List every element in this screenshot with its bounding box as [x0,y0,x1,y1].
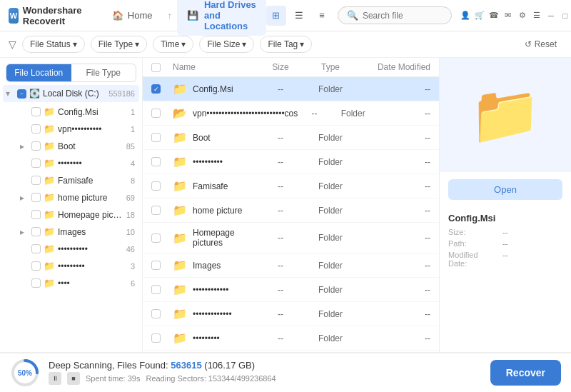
file-type-chevron: ▾ [135,39,139,49]
row-size: -- [259,261,302,271]
header-name-col: Name [173,62,259,72]
sidebar-tree-item[interactable]: 📁Config.Msi1 [3,104,139,120]
sidebar-tree-item[interactable]: ▸📁home picture69 [3,189,139,206]
row-type: Folder [302,333,359,343]
tree-item-checkbox[interactable] [31,193,41,202]
sidebar-tree-item[interactable]: 📁vpn••••••••••1 [3,121,139,137]
tree-item-checkbox[interactable] [31,141,41,151]
tree-item-name: Boot [58,141,123,151]
grid-view-button[interactable]: ⊞ [266,6,286,26]
row-checkbox[interactable]: ✓ [151,84,161,94]
row-checkbox[interactable] [151,285,161,294]
table-row[interactable]: 📁Images--Folder-- [143,253,439,278]
tree-item-checkbox[interactable] [31,261,41,271]
user-icon[interactable]: 👤 [460,11,470,21]
row-folder-icon: 📁 [173,179,187,193]
sidebar-tree-item[interactable]: ▸📁Boot85 [3,138,139,154]
table-row[interactable]: 📁•••••••••--Folder-- [143,326,439,351]
row-type: Folder [302,157,359,167]
detail-view-button[interactable]: ≡ [312,6,332,26]
reset-button[interactable]: ↺ Reset [519,36,562,52]
tree-item-name: Config.Msi [58,107,128,117]
table-row[interactable]: 📁home picture--Folder-- [143,198,439,223]
disk-checkbox[interactable]: − [17,89,26,99]
row-folder-icon: 📁 [173,307,187,321]
tree-item-checkbox[interactable] [31,107,41,116]
recover-button[interactable]: Recover [490,360,561,386]
row-checkbox[interactable] [151,333,161,343]
table-row[interactable]: 📁Homepage pictures--Folder-- [143,223,439,253]
tree-item-checkbox[interactable] [31,227,41,236]
tab-file-location[interactable]: File Location [6,64,71,81]
stop-button[interactable]: ■ [67,372,80,385]
header-type-col: Type [302,62,359,72]
disk-item-c[interactable]: ▾ − 💽 Local Disk (C:) 559186 [3,85,139,102]
search-input[interactable] [363,11,443,21]
row-file-name: Images [193,261,221,271]
sidebar-tree-item[interactable]: 📁••••••••••46 [3,241,139,257]
time-filter[interactable]: Time ▾ [153,36,193,53]
reset-icon: ↺ [525,39,532,49]
row-checkbox[interactable] [151,157,161,166]
tree-item-count: 6 [131,279,135,288]
nav-back-button[interactable]: ↑ [166,7,174,24]
app-logo-icon: W [9,8,19,24]
sidebar-tree-item[interactable]: ▸📁Images10 [3,223,139,240]
sidebar-tree-item[interactable]: 📁••••6 [3,275,139,291]
tree-item-count: 69 [126,194,135,202]
sidebar-tree-item[interactable]: 📁•••••••••3 [3,258,139,274]
hdd-icon: 💽 [29,89,40,99]
mail-icon[interactable]: ✉ [503,11,513,21]
header-date-col: Date Modified [359,62,430,72]
minimize-button[interactable]: ─ [546,11,556,21]
row-checkbox[interactable] [151,261,161,270]
tree-item-checkbox[interactable] [31,210,41,219]
tree-item-checkbox[interactable] [31,244,41,253]
select-all-checkbox[interactable] [151,63,161,72]
cart-icon[interactable]: 🛒 [475,11,485,21]
tree-item-checkbox[interactable] [31,159,41,168]
modified-value: -- [502,251,507,268]
row-checkbox[interactable] [151,133,161,142]
menu-icon[interactable]: ☰ [532,11,542,21]
tree-item-checkbox[interactable] [31,278,41,288]
search-box[interactable]: 🔍 [338,6,452,24]
nav-current-location: 💾 Hard Drives and Locations [177,0,266,36]
table-row[interactable]: 📁••••••••••--Folder-- [143,150,439,174]
table-row[interactable]: 📁Boot--Folder-- [143,126,439,150]
pause-button[interactable]: ⏸ [49,372,61,385]
row-checkbox[interactable] [151,181,161,191]
tab-file-type[interactable]: File Type [71,64,136,81]
row-checkbox[interactable] [151,206,161,215]
table-row[interactable]: 📂vpn••••••••••••••••••••••••••cos--Folde… [143,101,439,126]
sidebar-tree-item[interactable]: 📁Famisafe8 [3,172,139,189]
row-date: -- [359,206,430,216]
row-checkbox[interactable] [151,233,161,243]
tree-item-count: 8 [131,176,135,185]
view-toggle: ⊞ ☰ ≡ [266,6,332,26]
file-type-filter[interactable]: File Type ▾ [91,36,147,53]
row-file-name: ••••••••• [193,333,220,343]
window-controls: 👤 🛒 ☎ ✉ ⚙ ☰ ─ □ ✕ [460,11,571,21]
tree-item-checkbox[interactable] [31,176,41,185]
file-tag-filter[interactable]: File Tag ▾ [260,36,312,53]
table-row[interactable]: ✓📁Config.Msi--Folder-- [143,77,439,101]
row-checkbox[interactable] [151,309,161,318]
maximize-button[interactable]: □ [560,11,570,21]
filter-bar: ▽ File Status ▾ File Type ▾ Time ▾ File … [0,31,571,58]
tree-item-name: home picture [58,193,123,203]
file-size-filter[interactable]: File Size ▾ [199,36,254,53]
sidebar-tree-item[interactable]: 📁••••••••4 [3,155,139,171]
sidebar-tree-item[interactable]: 📁Homepage pictures18 [3,206,139,223]
file-status-filter[interactable]: File Status ▾ [22,36,85,53]
table-row[interactable]: 📁Famisafe--Folder-- [143,174,439,198]
support-icon[interactable]: ☎ [489,11,499,21]
row-checkbox[interactable] [151,109,161,118]
table-row[interactable]: 📁••••••••••••--Folder-- [143,278,439,302]
table-row[interactable]: 📁•••••••••••••--Folder-- [143,302,439,326]
settings-icon[interactable]: ⚙ [517,11,527,21]
list-view-button[interactable]: ☰ [289,6,309,26]
nav-home-button[interactable]: 🏠 Home [102,6,163,25]
open-button[interactable]: Open [448,179,562,200]
tree-item-checkbox[interactable] [31,124,41,134]
